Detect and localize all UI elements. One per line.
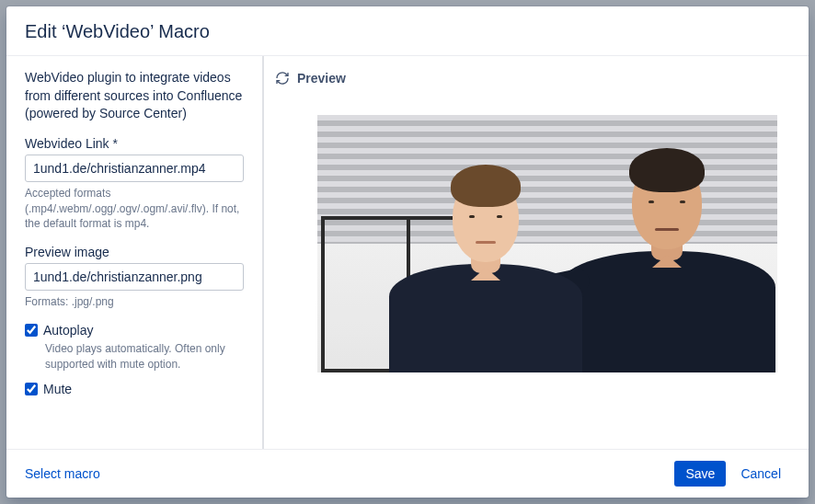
autoplay-checkbox[interactable]: [25, 324, 38, 337]
preview-title: Preview: [297, 71, 346, 86]
preview-area: [275, 97, 801, 434]
preview-image-label: Preview image: [25, 245, 244, 259]
macro-edit-dialog: Edit ‘WebVideo’ Macro WebVideo plugin to…: [6, 6, 809, 498]
select-macro-button[interactable]: Select macro: [25, 461, 100, 487]
autoplay-hint: Video plays automatically. Often only su…: [45, 341, 244, 372]
preview-image-input[interactable]: [25, 263, 244, 291]
preview-image: [317, 115, 777, 372]
webvideo-link-input[interactable]: [25, 155, 244, 182]
dialog-header: Edit ‘WebVideo’ Macro: [6, 6, 809, 55]
webvideo-link-label: Webvideo Link *: [25, 136, 244, 151]
mute-label: Mute: [43, 382, 72, 396]
dialog-title: Edit ‘WebVideo’ Macro: [25, 21, 790, 42]
mute-row: Mute: [25, 382, 244, 396]
cancel-button[interactable]: Cancel: [731, 461, 790, 487]
dialog-footer: Select macro Save Cancel: [6, 450, 809, 498]
autoplay-label: Autoplay: [43, 323, 93, 338]
mute-checkbox[interactable]: [25, 383, 38, 395]
plugin-description: WebVideo plugin to integrate videos from…: [25, 69, 244, 123]
refresh-icon[interactable]: [275, 71, 290, 86]
dialog-body: WebVideo plugin to integrate videos from…: [6, 55, 809, 450]
save-button[interactable]: Save: [674, 461, 726, 487]
autoplay-row: Autoplay: [25, 323, 244, 338]
webvideo-link-hint: Accepted formats (.mp4/.webm/.ogg/.ogv/.…: [25, 186, 244, 232]
preview-panel: Preview: [264, 56, 809, 449]
preview-header: Preview: [275, 71, 801, 86]
macro-params-panel[interactable]: WebVideo plugin to integrate videos from…: [6, 56, 264, 449]
preview-image-hint: Formats: .jpg/.png: [25, 294, 244, 310]
